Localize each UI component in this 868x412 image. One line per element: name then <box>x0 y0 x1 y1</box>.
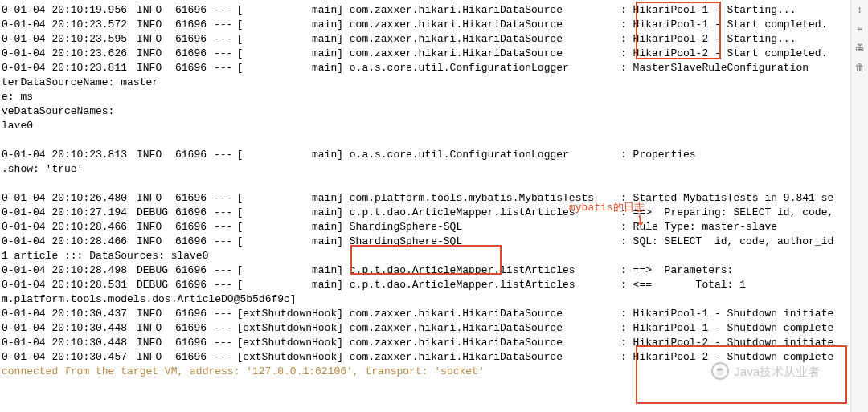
logger: com.zaxxer.hikari.HikariDataSource <box>343 321 620 336</box>
log-level: INFO <box>137 350 175 365</box>
pid: 61696 <box>175 3 214 18</box>
pid: 61696 <box>175 32 214 47</box>
print-icon[interactable]: 🖶 <box>854 43 866 55</box>
message: : Rule Type: master-slave <box>620 220 777 235</box>
menu-icon[interactable]: ≡ <box>854 24 866 35</box>
thread: [ main] <box>236 278 343 292</box>
logger: c.p.t.dao.ArticleMapper.listArticles <box>343 206 620 220</box>
pid: 61696 <box>175 206 214 220</box>
message: : <== Total: 1 <box>620 278 746 292</box>
message: : MasterSlaveRuleConfiguration <box>620 61 809 75</box>
message: : HikariPool-2 - Shutdown initiate <box>620 336 833 350</box>
log-level: DEBUG <box>137 263 175 278</box>
log-level: DEBUG <box>137 206 175 220</box>
thread: [ main] <box>236 191 343 206</box>
log-output: 0-01-04 20:10:19.956INFO61696---[ main] … <box>0 0 868 382</box>
logger: com.zaxxer.hikari.HikariDataSource <box>343 47 620 61</box>
message: : ==> Preparing: SELECT id, code, <box>620 206 833 220</box>
thread: [ main] <box>236 32 343 47</box>
separator: --- <box>214 350 236 365</box>
wrapped-line <box>2 133 866 148</box>
message: : HikariPool-1 - Start completed. <box>620 18 827 32</box>
timestamp: 0-01-04 20:10:19.956 <box>2 3 137 18</box>
thread: [ main] <box>236 263 343 278</box>
pid: 61696 <box>175 235 214 249</box>
timestamp: 0-01-04 20:10:30.448 <box>2 321 137 336</box>
pid: 61696 <box>175 61 214 75</box>
timestamp: 0-01-04 20:10:28.466 <box>2 235 137 249</box>
log-line: 0-01-04 20:10:27.194DEBUG61696---[ main]… <box>2 206 866 220</box>
log-level: INFO <box>137 235 175 249</box>
thread: [extShutdownHook] <box>236 336 343 350</box>
log-line: 0-01-04 20:10:23.811INFO61696---[ main] … <box>2 61 866 75</box>
disconnected-line: connected from the target VM, address: '… <box>2 365 866 379</box>
logger: com.zaxxer.hikari.HikariDataSource <box>343 18 620 32</box>
log-level: INFO <box>137 336 175 350</box>
thread: [ main] <box>236 220 343 235</box>
pid: 61696 <box>175 47 214 61</box>
log-level: INFO <box>137 3 175 18</box>
soft-wrap-icon[interactable]: ↕ <box>854 5 866 16</box>
thread: [ main] <box>236 47 343 61</box>
message: : ==> Parameters: <box>620 263 733 278</box>
logger: com.zaxxer.hikari.HikariDataSource <box>343 32 620 47</box>
log-line: 0-01-04 20:10:30.448INFO61696---[extShut… <box>2 336 866 350</box>
pid: 61696 <box>175 220 214 235</box>
logger: ShardingSphere-SQL <box>343 220 620 235</box>
timestamp: 0-01-04 20:10:30.457 <box>2 350 137 365</box>
thread: [extShutdownHook] <box>236 350 343 365</box>
log-level: INFO <box>137 47 175 61</box>
separator: --- <box>214 235 236 249</box>
separator: --- <box>214 61 236 75</box>
timestamp: 0-01-04 20:10:23.811 <box>2 61 137 75</box>
log-line: 0-01-04 20:10:23.626INFO61696---[ main] … <box>2 47 866 61</box>
pid: 61696 <box>175 321 214 336</box>
log-line: 0-01-04 20:10:23.572INFO61696---[ main] … <box>2 18 866 32</box>
wrapped-line: 1 article ::: DataSources: slave0 <box>2 249 866 263</box>
separator: --- <box>214 206 236 220</box>
log-level: INFO <box>137 220 175 235</box>
message: : HikariPool-2 - Start completed. <box>620 47 827 61</box>
thread: [ main] <box>236 148 343 162</box>
timestamp: 0-01-04 20:10:23.595 <box>2 32 137 47</box>
trash-icon[interactable]: 🗑 <box>854 63 866 74</box>
timestamp: 0-01-04 20:10:28.531 <box>2 278 137 292</box>
timestamp: 0-01-04 20:10:26.480 <box>2 191 137 206</box>
wrapped-line: e: ms <box>2 90 866 104</box>
pid: 61696 <box>175 148 214 162</box>
pid: 61696 <box>175 263 214 278</box>
timestamp: 0-01-04 20:10:23.572 <box>2 18 137 32</box>
wrapped-line: lave0 <box>2 119 866 133</box>
pid: 61696 <box>175 350 214 365</box>
logger: com.zaxxer.hikari.HikariDataSource <box>343 350 620 365</box>
timestamp: 0-01-04 20:10:28.466 <box>2 220 137 235</box>
separator: --- <box>214 307 236 321</box>
wrapped-line <box>2 177 866 191</box>
separator: --- <box>214 191 236 206</box>
message: : HikariPool-1 - Starting... <box>620 3 796 18</box>
log-level: INFO <box>137 18 175 32</box>
separator: --- <box>214 47 236 61</box>
message: : HikariPool-2 - Shutdown complete <box>620 350 833 365</box>
log-line: 0-01-04 20:10:30.457INFO61696---[extShut… <box>2 350 866 365</box>
separator: --- <box>214 278 236 292</box>
logger: c.p.t.dao.ArticleMapper.listArticles <box>343 263 620 278</box>
separator: --- <box>214 18 236 32</box>
log-line: 0-01-04 20:10:23.595INFO61696---[ main] … <box>2 32 866 47</box>
logger: com.zaxxer.hikari.HikariDataSource <box>343 3 620 18</box>
wrapped-line: terDataSourceName: master <box>2 75 866 90</box>
logger: com.zaxxer.hikari.HikariDataSource <box>343 307 620 321</box>
separator: --- <box>214 263 236 278</box>
toolbar-sidebar: ↕ ≡ 🖶 🗑 <box>850 0 868 412</box>
log-level: INFO <box>137 148 175 162</box>
message: : HikariPool-2 - Starting... <box>620 32 796 47</box>
thread: [ main] <box>236 3 343 18</box>
log-line: 0-01-04 20:10:19.956INFO61696---[ main] … <box>2 3 866 18</box>
log-level: INFO <box>137 307 175 321</box>
timestamp: 0-01-04 20:10:23.626 <box>2 47 137 61</box>
message: : Started MybatisTests in 9.841 se <box>620 191 833 206</box>
message: : SQL: SELECT id, code, author_id <box>620 235 833 249</box>
thread: [ main] <box>236 18 343 32</box>
log-level: INFO <box>137 32 175 47</box>
separator: --- <box>214 321 236 336</box>
